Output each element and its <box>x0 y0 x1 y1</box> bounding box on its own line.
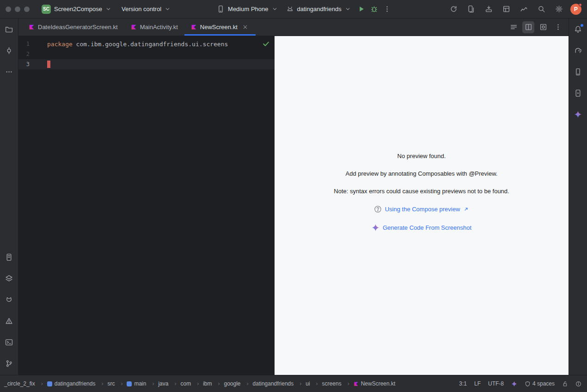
debug-button[interactable] <box>368 3 380 15</box>
editor-column: DateIdeasGeneratorScreen.kt MainActivity… <box>18 18 569 375</box>
design-view-toggle[interactable] <box>537 21 549 33</box>
device-manager-icon <box>467 5 475 13</box>
editor-options-button[interactable] <box>552 21 564 33</box>
chevron-down-icon <box>105 6 111 12</box>
commit-tool-button[interactable] <box>3 44 15 56</box>
tab-mainactivity[interactable]: MainActivity.kt <box>124 18 184 36</box>
editor-split: 1 package com.ibm.google.datingandfriend… <box>18 36 569 375</box>
version-control-label: Version control <box>122 6 161 12</box>
split-view-toggle[interactable] <box>522 21 534 33</box>
warning-icon <box>5 317 13 325</box>
problems-tool-button[interactable] <box>3 315 15 327</box>
run-configuration-selector[interactable]: datingandfriends <box>282 3 355 15</box>
terminal-tool-button[interactable] <box>3 336 15 348</box>
breadcrumb: _circle_2_fix datingandfriends src main … <box>4 380 396 388</box>
indent-widget[interactable]: 4 spaces <box>525 380 555 387</box>
code-editor[interactable]: 1 package com.ibm.google.datingandfriend… <box>18 36 275 375</box>
running-devices-icon <box>574 89 582 97</box>
right-tool-rail <box>569 18 587 375</box>
build-variants-tool-button[interactable] <box>3 272 15 284</box>
encoding-widget[interactable]: UTF-8 <box>488 380 504 387</box>
zoom-window-button[interactable] <box>24 6 30 12</box>
code-line-3[interactable]: 3 <box>18 59 275 69</box>
tab-label: MainActivity.kt <box>140 24 178 31</box>
version-control-widget[interactable]: Version control <box>118 4 174 14</box>
commit-icon <box>5 47 13 55</box>
logcat-tool-button[interactable] <box>3 294 15 306</box>
preview-hint-2: Note: syntax errors could cause existing… <box>334 188 509 195</box>
settings-button[interactable] <box>553 3 565 15</box>
caret-position-widget[interactable]: 3:1 <box>459 380 467 387</box>
gradle-elephant-icon <box>574 47 582 55</box>
run-button[interactable] <box>355 3 367 15</box>
project-badge: SC <box>42 5 51 14</box>
terminal-icon <box>5 338 13 346</box>
project-selector[interactable]: SC Screen2Compose <box>38 3 115 16</box>
device-explorer-tool-button[interactable] <box>3 251 15 263</box>
gear-icon <box>555 5 563 13</box>
search-icon <box>538 5 545 13</box>
breadcrumb-label: _circle_2_fix <box>4 380 35 387</box>
more-dots-icon <box>5 68 13 76</box>
more-run-options-button[interactable] <box>381 3 393 15</box>
close-window-button[interactable] <box>6 6 11 12</box>
logcat-cat-icon <box>5 296 13 304</box>
line-ending-widget[interactable]: LF <box>474 380 481 387</box>
layout-inspector-button[interactable] <box>500 3 512 15</box>
device-manager-button[interactable] <box>465 3 477 15</box>
gemini-status-widget[interactable] <box>511 381 517 387</box>
breadcrumb-item[interactable]: google <box>223 380 252 388</box>
tab-newscreen[interactable]: NewScreen.kt <box>184 18 256 36</box>
running-devices-tool-button[interactable] <box>572 87 584 99</box>
gemini-sparkle-icon <box>511 381 517 387</box>
version-control-tool-button[interactable] <box>3 357 15 369</box>
close-tab-icon[interactable] <box>242 24 249 31</box>
more-tool-windows-button[interactable] <box>3 66 15 78</box>
sync-project-button[interactable] <box>447 3 459 15</box>
notifications-button[interactable] <box>572 23 584 35</box>
compose-preview-doc-link[interactable]: Using the Compose preview <box>374 205 470 213</box>
kotlin-file-icon <box>354 381 359 386</box>
breadcrumb-item[interactable]: main <box>126 380 158 388</box>
profiler-button[interactable] <box>518 3 530 15</box>
breadcrumb-item[interactable]: ui <box>305 380 321 388</box>
device-manager-tool-button[interactable] <box>572 66 584 78</box>
code-view-toggle[interactable] <box>508 21 520 33</box>
gemini-tool-button[interactable] <box>572 108 584 120</box>
sync-project-icon <box>450 5 458 13</box>
breadcrumb-item[interactable]: java <box>158 380 180 388</box>
breadcrumb-label: ui <box>306 380 310 387</box>
search-everywhere-button[interactable] <box>535 3 547 15</box>
minimize-window-button[interactable] <box>15 6 20 12</box>
device-selector-label: Medium Phone <box>228 6 268 12</box>
project-tool-button[interactable] <box>3 23 15 35</box>
generate-code-from-screenshot-link[interactable]: Generate Code From Screenshot <box>372 224 471 232</box>
gemini-sparkle-icon <box>372 224 379 232</box>
tab-dateideasgeneratorscreen[interactable]: DateIdeasGeneratorScreen.kt <box>22 18 124 36</box>
breadcrumb-item-file[interactable]: NewScreen.kt <box>353 380 396 388</box>
gradle-tool-button[interactable] <box>572 44 584 56</box>
code-line-1[interactable]: 1 package com.ibm.google.datingandfriend… <box>18 39 275 49</box>
notification-dot <box>581 24 583 27</box>
breadcrumb-item[interactable]: com <box>180 380 202 388</box>
readonly-toggle-widget[interactable] <box>562 381 568 387</box>
breadcrumb-item[interactable]: _circle_2_fix <box>4 380 47 388</box>
inspections-status-widget[interactable] <box>262 40 270 49</box>
external-link-icon <box>463 206 469 212</box>
breadcrumb-item[interactable]: datingandfriends <box>252 380 306 388</box>
breadcrumb-item[interactable]: src <box>107 380 126 388</box>
sdk-manager-icon <box>485 5 493 13</box>
user-avatar[interactable]: P <box>570 4 581 15</box>
sdk-manager-button[interactable] <box>483 3 495 15</box>
device-selector[interactable]: Medium Phone <box>213 3 281 15</box>
gemini-icon <box>574 110 582 118</box>
breadcrumb-item[interactable]: datingandfriends <box>47 380 107 388</box>
status-info-widget[interactable] <box>575 381 581 387</box>
breadcrumb-label: datingandfriends <box>55 380 96 387</box>
chevron-down-icon <box>165 6 171 12</box>
breadcrumb-label: main <box>134 380 146 387</box>
breadcrumb-item[interactable]: ibm <box>202 380 223 388</box>
breadcrumb-item[interactable]: screens <box>322 380 353 388</box>
avatar-notification-dot <box>579 3 582 6</box>
code-line-2[interactable]: 2 <box>18 49 275 59</box>
